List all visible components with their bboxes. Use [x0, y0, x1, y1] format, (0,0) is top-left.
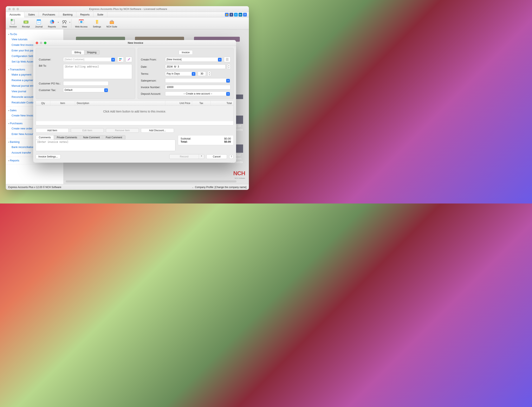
col-item[interactable]: Item — [50, 101, 75, 105]
svg-point-4 — [25, 21, 27, 23]
col-unitprice[interactable]: Unit Price — [165, 101, 192, 105]
document-icon — [226, 58, 229, 61]
status-profile[interactable]: Company Profile: [Change the company nam… — [195, 186, 246, 189]
tab-invoice[interactable]: Invoice — [179, 50, 193, 55]
reports-icon — [49, 19, 55, 25]
remove-item-button: Remove Item — [106, 128, 139, 133]
tab-accounts[interactable]: Accounts — [6, 12, 24, 17]
tool-journal[interactable]: Journal — [33, 18, 45, 28]
record-button: Record▼ — [169, 154, 204, 159]
window-title: Express Accounts Plus by NCH Software - … — [19, 8, 237, 10]
chevron-down-icon[interactable]: ⌄ — [192, 186, 194, 189]
tool-view[interactable]: ▾ View — [59, 18, 70, 28]
ctab-comments[interactable]: Comments — [36, 135, 54, 140]
customer-add-button[interactable] — [117, 57, 124, 62]
tab-billing[interactable]: Billing — [72, 50, 84, 55]
tool-invoice[interactable]: + Invoice — [7, 18, 19, 28]
salesperson-select[interactable] — [165, 78, 230, 83]
invoice-icon: + — [10, 19, 16, 25]
svg-text:+: + — [11, 19, 12, 21]
billto-label: Bill To: — [39, 64, 62, 67]
tab-purchases[interactable]: Purchases — [39, 12, 59, 17]
horizontal-scrollbar[interactable] — [66, 180, 236, 182]
svg-rect-6 — [37, 19, 41, 21]
invoice-panel: Invoice Create From: [New Invoice] Date:… — [138, 48, 234, 99]
terms-stepper[interactable]: ▲▼ — [208, 71, 211, 76]
date-stepper[interactable]: ▲▼ — [227, 64, 230, 69]
ctab-private[interactable]: Private Comments — [54, 135, 80, 140]
twitter-icon[interactable]: t — [234, 13, 238, 16]
tab-reports[interactable]: Reports — [76, 12, 94, 17]
modal-titlebar: New Invoice — [33, 40, 236, 46]
items-table: Qty Item Description Unit Price Tax Tota… — [36, 101, 234, 125]
zoom-icon[interactable] — [44, 42, 47, 44]
minimize-icon[interactable] — [12, 8, 15, 10]
po-input[interactable] — [63, 81, 109, 86]
items-empty-hint: Click Add Item button to add items to th… — [36, 106, 233, 117]
customer-edit-button[interactable] — [125, 57, 132, 62]
customer-select[interactable]: [Select Customer] — [63, 57, 116, 62]
terms-label: Terms: — [141, 72, 164, 75]
modal-title: New Invoice — [47, 41, 225, 44]
deposit-select[interactable]: -- Create a new account -- — [165, 91, 230, 96]
tab-sales[interactable]: Sales — [24, 12, 39, 17]
tool-settings[interactable]: Settings — [90, 18, 104, 28]
comments-textarea[interactable] — [36, 140, 175, 151]
invno-input[interactable] — [165, 85, 230, 89]
close-icon[interactable] — [36, 42, 38, 44]
po-label: Customer PO No.: — [39, 82, 62, 85]
sidebar-group-todo[interactable]: To-Do — [6, 32, 63, 37]
menubar: Accounts Sales Purchases Banking Reports… — [6, 12, 249, 17]
minimize-icon — [40, 42, 42, 44]
close-icon[interactable] — [8, 8, 11, 10]
col-desc[interactable]: Description — [75, 101, 165, 105]
facebook-icon[interactable]: f — [229, 13, 233, 16]
record-dropdown-icon[interactable]: ▼ — [199, 154, 204, 159]
svg-point-12 — [80, 21, 82, 23]
people-icon — [119, 58, 122, 61]
svg-rect-18 — [110, 22, 114, 24]
help-icon[interactable]: ? — [243, 13, 247, 16]
tab-banking[interactable]: Banking — [59, 12, 76, 17]
status-version: Express Accounts Plus v 12.03 © NCH Soft… — [8, 186, 61, 189]
billto-textarea[interactable] — [63, 64, 132, 79]
svg-point-16 — [96, 20, 97, 21]
svg-point-21 — [119, 58, 120, 59]
view-icon — [61, 19, 68, 25]
ctab-foot[interactable]: Foot Comment — [103, 135, 125, 140]
tab-shipping[interactable]: Shipping — [84, 50, 100, 55]
tool-reports[interactable]: ▾ Reports — [45, 18, 58, 28]
zoom-icon[interactable] — [16, 8, 19, 10]
date-input[interactable] — [165, 64, 226, 69]
ctab-note[interactable]: Note Comment — [80, 135, 103, 140]
createfrom-select[interactable]: [New Invoice] — [165, 57, 222, 62]
tool-nchsuite[interactable]: NCH Suite — [104, 18, 120, 28]
linkedin-icon[interactable]: in — [239, 13, 242, 16]
tax-select[interactable]: Default — [63, 88, 109, 92]
terms-select[interactable]: Pay in Days — [165, 71, 196, 76]
col-tax[interactable]: Tax — [192, 101, 211, 105]
customer-label: Customer: — [39, 58, 62, 61]
add-discount-button[interactable]: Add Discount... — [141, 128, 174, 133]
svg-rect-20 — [112, 20, 113, 22]
tax-label: Customer Tax: — [39, 88, 62, 92]
col-qty[interactable]: Qty — [36, 101, 50, 105]
tab-suite[interactable]: Suite — [94, 12, 107, 17]
statusbar: Express Accounts Plus v 12.03 © NCH Soft… — [6, 184, 249, 190]
tool-webaccess[interactable]: Web Access — [73, 18, 90, 28]
date-label: Date: — [141, 65, 164, 68]
svg-point-17 — [97, 20, 98, 21]
help-button[interactable]: ? — [229, 154, 234, 159]
add-item-button[interactable]: Add Item — [36, 128, 69, 133]
invoice-settings-button[interactable]: Invoice Settings... — [36, 154, 61, 159]
col-total[interactable]: Total — [211, 101, 233, 105]
thumbsup-icon[interactable]: 👍 — [225, 13, 229, 16]
cancel-button[interactable]: Cancel — [206, 154, 227, 159]
tool-receipt[interactable]: Receipt — [20, 18, 32, 28]
svg-point-8 — [62, 20, 64, 22]
invoice-seg: Invoice — [179, 50, 193, 55]
createfrom-browse-button[interactable] — [224, 57, 230, 62]
svg-rect-19 — [111, 20, 111, 22]
terms-days-input[interactable] — [198, 71, 206, 76]
toolbox-icon — [109, 19, 115, 25]
